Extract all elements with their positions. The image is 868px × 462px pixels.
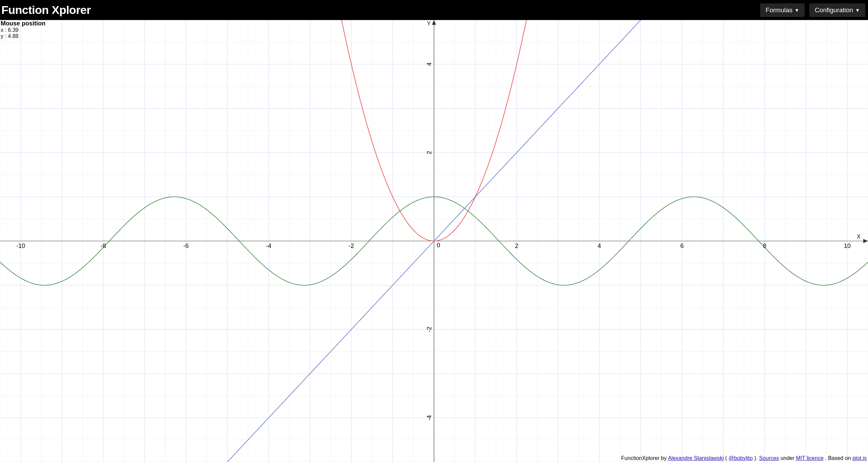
svg-text:2: 2: [426, 151, 433, 154]
footer-handle-link[interactable]: @bobylito: [729, 455, 753, 461]
plot-area[interactable]: -10-8-6-4-20246810-4-224XY: [0, 20, 868, 462]
chevron-down-icon: ▼: [855, 7, 860, 13]
svg-text:10: 10: [844, 243, 851, 249]
svg-text:0: 0: [437, 242, 440, 249]
mouse-position-x: x : 6.39: [1, 27, 45, 33]
chevron-down-icon: ▼: [794, 7, 799, 13]
menu-buttons: Formulas ▼ Configuration ▼: [760, 3, 867, 17]
svg-text:Y: Y: [427, 21, 431, 26]
formulas-button-label: Formulas: [766, 6, 792, 14]
svg-text:-2: -2: [349, 243, 354, 249]
footer-licence-link[interactable]: MIT licence: [796, 455, 824, 461]
svg-marker-67: [432, 20, 436, 25]
svg-text:-10: -10: [16, 243, 25, 249]
svg-text:4: 4: [426, 62, 433, 66]
mouse-position-title: Mouse position: [1, 20, 45, 27]
svg-marker-66: [863, 239, 868, 243]
footer-plotjs-link[interactable]: plot.js: [852, 455, 867, 461]
svg-text:8: 8: [763, 243, 766, 249]
svg-text:-6: -6: [183, 243, 189, 249]
svg-text:-2: -2: [426, 327, 433, 332]
svg-text:4: 4: [598, 243, 601, 249]
footer-prefix: FunctionXplorer by: [621, 455, 668, 461]
footer-paren-open: (: [725, 455, 727, 461]
footer-author-link[interactable]: Alexandre Stanislawski: [668, 455, 724, 461]
formulas-button[interactable]: Formulas ▼: [760, 3, 805, 17]
plot-svg[interactable]: -10-8-6-4-20246810-4-224XY: [0, 20, 868, 462]
mouse-position-y: y : 4.88: [1, 33, 45, 39]
svg-text:X: X: [857, 234, 861, 239]
configuration-button-label: Configuration: [815, 6, 853, 14]
app-title: Function Xplorer: [1, 3, 91, 17]
footer-under: under: [781, 455, 796, 461]
configuration-button[interactable]: Configuration ▼: [809, 3, 865, 17]
footer: FunctionXplorer by Alexandre Stanislawsk…: [621, 455, 867, 461]
svg-text:-4: -4: [266, 243, 271, 249]
mouse-position-panel: Mouse position x : 6.39 y : 4.88: [0, 20, 46, 39]
svg-text:6: 6: [680, 243, 684, 249]
svg-text:2: 2: [515, 243, 518, 249]
footer-based: . Based on: [825, 455, 852, 461]
svg-text:-4: -4: [426, 415, 433, 421]
footer-paren-close: ).: [754, 455, 759, 461]
footer-sources-link[interactable]: Sources: [759, 455, 779, 461]
app-header: Function Xplorer Formulas ▼ Configuratio…: [0, 0, 868, 20]
